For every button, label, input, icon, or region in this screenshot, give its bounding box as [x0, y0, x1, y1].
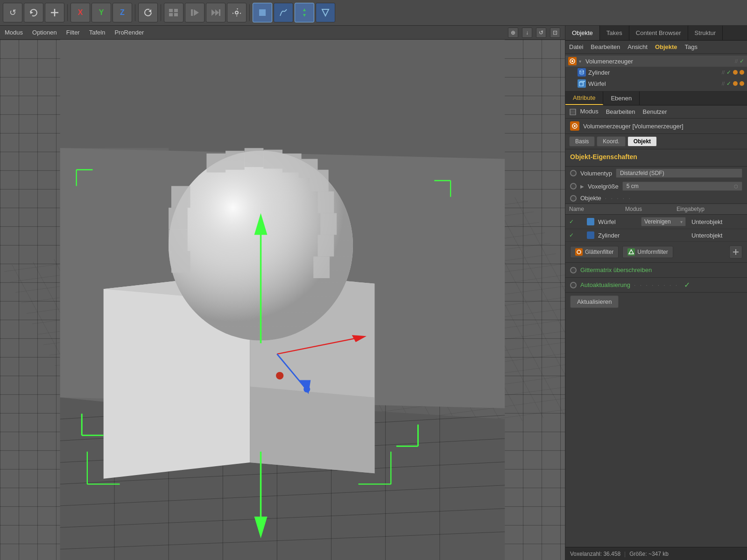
viewport-icon-view[interactable]: ⊡: [550, 28, 560, 38]
attr-scroll[interactable]: Objekt-Eigenschaften Volumentyp Distanzf…: [565, 149, 747, 547]
toolbar-btn-x[interactable]: X: [70, 3, 90, 22]
tree-item-zylinder[interactable]: Zylinder // ✓: [565, 67, 747, 78]
voxel-spinner[interactable]: ⬡: [734, 184, 738, 189]
viewport-icon-refresh[interactable]: ↺: [536, 28, 546, 38]
toolbar-btn-rotate[interactable]: [138, 3, 158, 22]
viewport-3d[interactable]: [0, 40, 565, 560]
objekte-menu-datei[interactable]: Datei: [569, 43, 583, 50]
value-voxelgroesse[interactable]: 5 cm ⬡: [622, 182, 742, 191]
attr-mode-modus[interactable]: Modus: [569, 108, 599, 116]
tab-content-browser[interactable]: Content Browser: [629, 26, 688, 40]
toolbar-btn-anim2[interactable]: [185, 3, 204, 22]
tree-slash-wu: //: [722, 81, 725, 86]
toolbar-btn-anim3[interactable]: [206, 3, 226, 22]
right-panel: Objekte Takes Content Browser Struktur D…: [565, 26, 747, 560]
btn-glatten[interactable]: Glättenfilter: [570, 246, 619, 258]
svg-rect-46: [263, 150, 282, 169]
prop-row-voxelgroesse: ▶ Voxelgröße 5 cm ⬡: [565, 180, 747, 193]
menu-filter[interactable]: Filter: [66, 29, 80, 36]
svg-rect-7: [174, 13, 178, 16]
attr-tabs: Attribute Ebenen: [565, 91, 747, 105]
obj-title-bar: Volumenerzeuger [Volumenerzeuger]: [565, 119, 747, 134]
status-voxel: Voxelanzahl: 36.458: [570, 551, 620, 557]
subtab-basis[interactable]: Basis: [569, 136, 595, 147]
svg-rect-55: [171, 251, 190, 273]
svg-marker-17: [322, 9, 329, 16]
attr-modebar: Modus Bearbeiten Benutzer: [565, 105, 747, 119]
subtab-koord[interactable]: Koord.: [597, 136, 625, 147]
toolbar-btn-redo[interactable]: [24, 3, 43, 22]
toolbar-btn-model[interactable]: [253, 3, 272, 22]
toolbar-btn-undo[interactable]: ↺: [3, 3, 22, 22]
status-sep: |: [624, 551, 626, 557]
radio-gittermatrix[interactable]: [570, 267, 577, 273]
toolbar-btn-y[interactable]: Y: [92, 3, 111, 22]
svg-rect-57: [313, 257, 330, 278]
toolbar-btn-add[interactable]: [45, 3, 64, 22]
tree-item-volumenerzeuger[interactable]: ▾ Volumenerzeuger // ✓: [565, 56, 747, 67]
subtab-objekt[interactable]: Objekt: [627, 136, 657, 147]
value-volumentyp[interactable]: Distanzfeld (SDF): [616, 168, 742, 178]
menu-darstellung[interactable]: Modus: [5, 29, 23, 36]
header-eingabetyp: Eingabetyp: [677, 206, 743, 212]
section-title: Objekt-Eigenschaften: [570, 153, 742, 161]
svg-marker-15: [303, 8, 306, 11]
row-check-wuerfel: ✓: [569, 218, 577, 225]
menu-prorender[interactable]: ProRender: [114, 29, 144, 36]
tree-icon-wuerfel: [578, 79, 586, 88]
tab-takes[interactable]: Takes: [600, 26, 629, 40]
attr-mode-bearbeiten[interactable]: Bearbeiten: [606, 108, 635, 115]
btn-umform[interactable]: Umformfilter: [622, 246, 673, 258]
attr-mode-benutzer[interactable]: Benutzer: [643, 108, 667, 115]
toolbar-btn-move2[interactable]: [295, 3, 314, 22]
row-mode-wuerfel[interactable]: Vereinigen ▾: [641, 217, 686, 226]
header-modus: Modus: [625, 206, 677, 212]
attr-panel: Attribute Ebenen Modus Bearbeiten Benutz…: [565, 91, 747, 560]
table-row-wuerfel[interactable]: ✓ Würfel Vereinigen ▾ Unterobjekt: [565, 215, 747, 229]
btn-filter-add[interactable]: [729, 245, 742, 259]
table-row-zylinder[interactable]: ✓ Zylinder Unterobjekt: [565, 229, 747, 242]
header-name: Name: [569, 206, 625, 212]
radio-voxelgroesse[interactable]: [570, 183, 577, 189]
label-volumentyp: Volumentyp: [580, 170, 612, 177]
objekte-menubar: Datei Bearbeiten Ansicht Objekte Tags: [565, 41, 747, 54]
toolbar-btn-z[interactable]: Z: [113, 3, 132, 22]
glatten-label: Glättenfilter: [585, 249, 613, 255]
objekte-menu-bearbeiten[interactable]: Bearbeiten: [591, 43, 620, 50]
svg-marker-16: [303, 14, 306, 17]
svg-rect-51: [320, 213, 337, 235]
objekte-menu-tags[interactable]: Tags: [685, 43, 698, 50]
radio-auto[interactable]: [570, 282, 577, 288]
toolbar-btn-sculpt[interactable]: [274, 3, 293, 22]
menu-optionen[interactable]: Optionen: [32, 29, 57, 36]
objekte-menu-objekte[interactable]: Objekte: [655, 43, 677, 50]
attr-tab-attribute[interactable]: Attribute: [565, 91, 603, 105]
svg-point-70: [580, 70, 584, 72]
tab-struktur[interactable]: Struktur: [688, 26, 723, 40]
objekte-menu-ansicht[interactable]: Ansicht: [627, 43, 648, 50]
svg-rect-43: [206, 154, 226, 173]
svg-rect-77: [570, 109, 576, 115]
toolbar-btn-anim1[interactable]: [164, 3, 183, 22]
tab-objekte[interactable]: Objekte: [565, 26, 600, 40]
viewport-icon-move[interactable]: ⊕: [508, 28, 518, 38]
toolbar-sep-2: [135, 4, 135, 21]
viewport-svg: [0, 40, 565, 560]
svg-marker-11: [215, 9, 219, 16]
btn-aktualisieren[interactable]: Aktualisieren: [570, 295, 619, 308]
tree-right-wuerfel: // ✓: [722, 80, 744, 87]
toolbar-btn-view[interactable]: [316, 3, 335, 22]
row-input-zylinder: Unterobjekt: [691, 232, 722, 239]
radio-objekte[interactable]: [570, 195, 577, 202]
filter-section: Glättenfilter Umformfilter: [565, 242, 747, 263]
auto-row: Autoaktualisierung · · · · · · · · ✓: [565, 278, 747, 293]
toolbar-sep-3: [161, 4, 161, 21]
menu-tafeln[interactable]: Tafeln: [89, 29, 106, 36]
attr-tab-ebenen[interactable]: Ebenen: [603, 91, 640, 105]
tree-item-wuerfel[interactable]: Würfel // ✓: [565, 78, 747, 89]
radio-volumentyp[interactable]: [570, 170, 577, 176]
viewport-menubar-right: ⊕ ↓ ↺ ⊡: [508, 28, 560, 38]
viewport-icon-down[interactable]: ↓: [522, 28, 532, 38]
toolbar-btn-settings[interactable]: [227, 3, 247, 22]
tree-dot2-wu: [740, 81, 744, 86]
